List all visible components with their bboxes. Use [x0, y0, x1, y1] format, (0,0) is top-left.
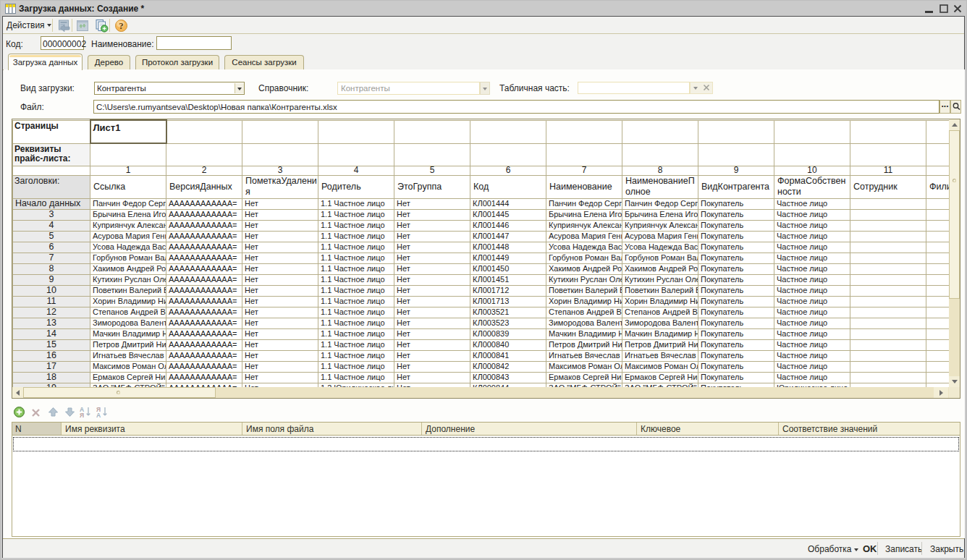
svg-text:?: ?: [119, 20, 124, 31]
svg-text:А: А: [96, 412, 101, 418]
svg-text:Я: Я: [80, 412, 84, 418]
